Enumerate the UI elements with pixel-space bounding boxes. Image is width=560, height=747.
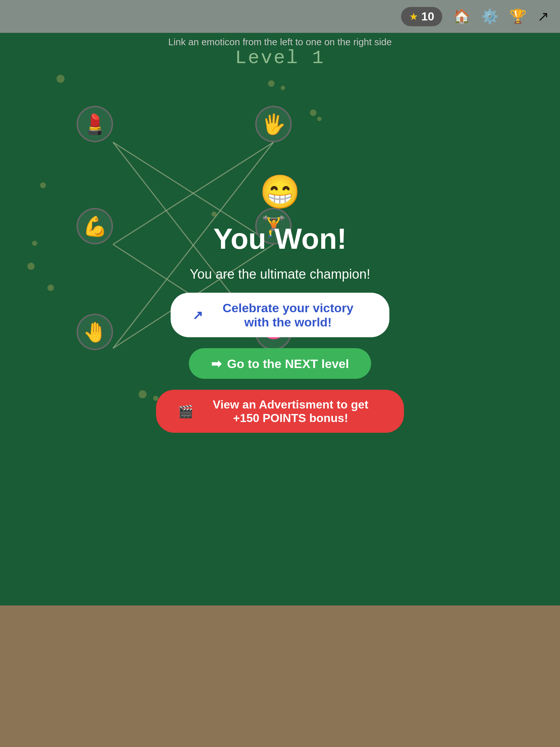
celebrate-button[interactable]: ↗ Celebrate your victory with the world!	[171, 293, 389, 337]
node-lipstick[interactable]: 💄	[77, 106, 113, 142]
settings-icon[interactable]: ⚙️	[481, 8, 498, 24]
video-icon: 🎬	[178, 404, 193, 419]
node-hand-left[interactable]: 🤚	[77, 314, 113, 350]
next-level-button[interactable]: ➡ Go to the NEXT level	[189, 348, 371, 379]
win-overlay: 😁 You Won! You are the ultimate champion…	[156, 173, 404, 433]
level-title: Level 1	[0, 47, 560, 69]
share-icon[interactable]: ↗	[537, 8, 549, 24]
node-muscle[interactable]: 💪	[77, 208, 113, 244]
bottom-bar	[0, 605, 560, 747]
ad-label: View an Advertisment to get +150 POINTS …	[199, 398, 382, 425]
score-badge: ★ 10	[401, 7, 442, 26]
win-subtitle: You are the ultimate champion!	[190, 267, 370, 282]
arrow-right-icon: ➡	[211, 356, 221, 371]
node-hand-right[interactable]: 🖐️	[255, 106, 292, 142]
trophy-icon[interactable]: 🏆	[509, 8, 526, 24]
win-emoji: 😁	[260, 173, 300, 211]
home-icon[interactable]: 🏠	[453, 8, 470, 24]
share-celebrate-icon: ↗	[192, 308, 203, 322]
topbar: ★ 10 🏠 ⚙️ 🏆 ↗	[0, 0, 560, 33]
ad-button[interactable]: 🎬 View an Advertisment to get +150 POINT…	[156, 390, 404, 433]
star-icon: ★	[409, 11, 418, 23]
win-title: You Won!	[213, 222, 347, 256]
next-level-label: Go to the NEXT level	[227, 356, 349, 371]
score-value: 10	[421, 10, 434, 23]
instruction-text: Link an emoticon from the left to one on…	[0, 36, 560, 48]
celebrate-label: Celebrate your victory with the world!	[209, 301, 368, 329]
